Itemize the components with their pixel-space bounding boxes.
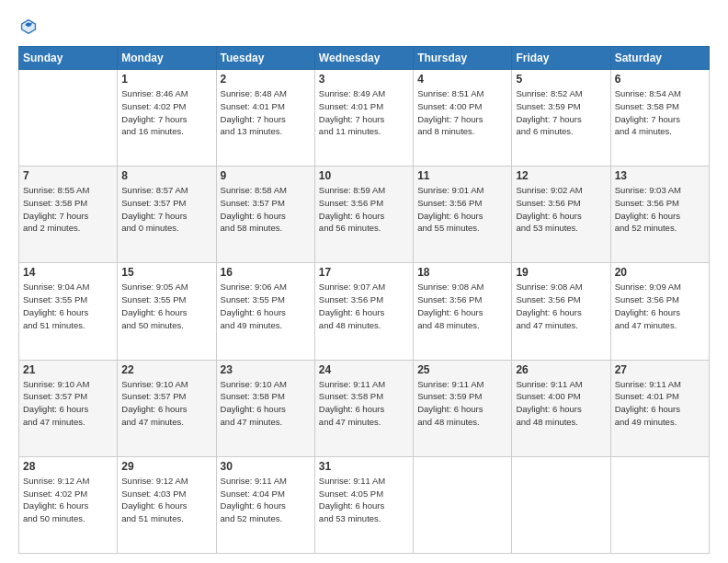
calendar-cell: 22Sunrise: 9:10 AM Sunset: 3:57 PM Dayli… <box>118 360 216 456</box>
day-info: Sunrise: 9:03 AM Sunset: 3:56 PM Dayligh… <box>615 184 705 235</box>
calendar-cell: 31Sunrise: 9:11 AM Sunset: 4:05 PM Dayli… <box>314 456 413 553</box>
day-number: 24 <box>319 363 409 376</box>
calendar-cell: 4Sunrise: 8:51 AM Sunset: 4:00 PM Daylig… <box>414 70 512 167</box>
calendar-cell: 16Sunrise: 9:06 AM Sunset: 3:55 PM Dayli… <box>216 263 314 360</box>
calendar-header-row: SundayMondayTuesdayWednesdayThursdayFrid… <box>19 47 710 70</box>
calendar-table: SundayMondayTuesdayWednesdayThursdayFrid… <box>18 46 710 554</box>
day-info: Sunrise: 9:05 AM Sunset: 3:55 PM Dayligh… <box>121 281 211 331</box>
calendar-cell: 14Sunrise: 9:04 AM Sunset: 3:55 PM Dayli… <box>19 263 118 360</box>
calendar-day-header: Monday <box>118 47 216 70</box>
calendar-cell: 28Sunrise: 9:12 AM Sunset: 4:02 PM Dayli… <box>19 456 118 553</box>
calendar-day-header: Tuesday <box>216 47 314 70</box>
calendar-cell <box>512 456 610 553</box>
day-number: 2 <box>221 73 311 86</box>
calendar-cell: 26Sunrise: 9:11 AM Sunset: 4:00 PM Dayli… <box>512 360 610 456</box>
calendar-week-row: 1Sunrise: 8:46 AM Sunset: 4:02 PM Daylig… <box>19 70 710 167</box>
day-info: Sunrise: 9:08 AM Sunset: 3:56 PM Dayligh… <box>417 281 507 331</box>
calendar-cell <box>414 456 512 553</box>
calendar-cell <box>610 456 709 553</box>
calendar-week-row: 21Sunrise: 9:10 AM Sunset: 3:57 PM Dayli… <box>19 360 710 456</box>
day-number: 30 <box>221 460 311 473</box>
day-info: Sunrise: 9:11 AM Sunset: 4:01 PM Dayligh… <box>615 378 705 429</box>
day-info: Sunrise: 8:57 AM Sunset: 3:57 PM Dayligh… <box>121 184 211 235</box>
calendar-week-row: 7Sunrise: 8:55 AM Sunset: 3:58 PM Daylig… <box>19 167 710 263</box>
calendar-day-header: Friday <box>512 47 610 70</box>
day-info: Sunrise: 8:54 AM Sunset: 3:58 PM Dayligh… <box>615 87 705 138</box>
logo <box>18 17 42 37</box>
day-number: 20 <box>615 266 705 279</box>
calendar-cell <box>19 70 118 167</box>
day-number: 31 <box>319 460 409 473</box>
calendar-cell: 27Sunrise: 9:11 AM Sunset: 4:01 PM Dayli… <box>610 360 709 456</box>
calendar-cell: 15Sunrise: 9:05 AM Sunset: 3:55 PM Dayli… <box>118 263 216 360</box>
day-info: Sunrise: 9:10 AM Sunset: 3:58 PM Dayligh… <box>221 378 311 429</box>
calendar-cell: 17Sunrise: 9:07 AM Sunset: 3:56 PM Dayli… <box>314 263 413 360</box>
day-number: 22 <box>121 363 211 376</box>
day-number: 18 <box>417 266 507 279</box>
day-info: Sunrise: 9:09 AM Sunset: 3:56 PM Dayligh… <box>615 281 705 331</box>
day-info: Sunrise: 9:11 AM Sunset: 4:00 PM Dayligh… <box>516 378 606 429</box>
calendar-cell: 20Sunrise: 9:09 AM Sunset: 3:56 PM Dayli… <box>610 263 709 360</box>
day-number: 6 <box>615 73 705 86</box>
day-info: Sunrise: 8:58 AM Sunset: 3:57 PM Dayligh… <box>221 184 311 235</box>
day-number: 14 <box>23 266 113 279</box>
day-number: 8 <box>121 169 211 182</box>
calendar-cell: 3Sunrise: 8:49 AM Sunset: 4:01 PM Daylig… <box>314 70 413 167</box>
day-info: Sunrise: 8:59 AM Sunset: 3:56 PM Dayligh… <box>319 184 409 235</box>
day-number: 21 <box>23 363 113 376</box>
header <box>18 17 710 37</box>
day-info: Sunrise: 8:55 AM Sunset: 3:58 PM Dayligh… <box>23 184 113 235</box>
day-info: Sunrise: 9:10 AM Sunset: 3:57 PM Dayligh… <box>121 378 211 429</box>
calendar-cell: 13Sunrise: 9:03 AM Sunset: 3:56 PM Dayli… <box>610 167 709 263</box>
day-number: 10 <box>319 169 409 182</box>
page: SundayMondayTuesdayWednesdayThursdayFrid… <box>0 0 728 563</box>
day-number: 28 <box>23 460 113 473</box>
calendar-cell: 7Sunrise: 8:55 AM Sunset: 3:58 PM Daylig… <box>19 167 118 263</box>
day-info: Sunrise: 9:12 AM Sunset: 4:03 PM Dayligh… <box>121 475 211 525</box>
calendar-cell: 5Sunrise: 8:52 AM Sunset: 3:59 PM Daylig… <box>512 70 610 167</box>
day-number: 9 <box>221 169 311 182</box>
calendar-day-header: Saturday <box>610 47 709 70</box>
day-info: Sunrise: 8:46 AM Sunset: 4:02 PM Dayligh… <box>121 87 211 138</box>
day-number: 17 <box>319 266 409 279</box>
day-info: Sunrise: 9:11 AM Sunset: 3:59 PM Dayligh… <box>417 378 507 429</box>
calendar-week-row: 28Sunrise: 9:12 AM Sunset: 4:02 PM Dayli… <box>19 456 710 553</box>
day-number: 5 <box>516 73 606 86</box>
day-info: Sunrise: 9:11 AM Sunset: 3:58 PM Dayligh… <box>319 378 409 429</box>
day-number: 7 <box>23 169 113 182</box>
day-number: 1 <box>121 73 211 86</box>
day-number: 25 <box>417 363 507 376</box>
calendar-cell: 8Sunrise: 8:57 AM Sunset: 3:57 PM Daylig… <box>118 167 216 263</box>
day-number: 27 <box>615 363 705 376</box>
calendar-week-row: 14Sunrise: 9:04 AM Sunset: 3:55 PM Dayli… <box>19 263 710 360</box>
day-info: Sunrise: 9:08 AM Sunset: 3:56 PM Dayligh… <box>516 281 606 331</box>
day-number: 4 <box>417 73 507 86</box>
calendar-cell: 23Sunrise: 9:10 AM Sunset: 3:58 PM Dayli… <box>216 360 314 456</box>
day-number: 3 <box>319 73 409 86</box>
calendar-cell: 21Sunrise: 9:10 AM Sunset: 3:57 PM Dayli… <box>19 360 118 456</box>
calendar-cell: 30Sunrise: 9:11 AM Sunset: 4:04 PM Dayli… <box>216 456 314 553</box>
calendar-cell: 11Sunrise: 9:01 AM Sunset: 3:56 PM Dayli… <box>414 167 512 263</box>
logo-icon <box>18 17 39 37</box>
calendar-cell: 25Sunrise: 9:11 AM Sunset: 3:59 PM Dayli… <box>414 360 512 456</box>
calendar-cell: 10Sunrise: 8:59 AM Sunset: 3:56 PM Dayli… <box>314 167 413 263</box>
day-info: Sunrise: 9:06 AM Sunset: 3:55 PM Dayligh… <box>221 281 311 331</box>
day-number: 26 <box>516 363 606 376</box>
day-info: Sunrise: 8:48 AM Sunset: 4:01 PM Dayligh… <box>221 87 311 138</box>
calendar-cell: 29Sunrise: 9:12 AM Sunset: 4:03 PM Dayli… <box>118 456 216 553</box>
calendar-day-header: Sunday <box>19 47 118 70</box>
day-info: Sunrise: 9:10 AM Sunset: 3:57 PM Dayligh… <box>23 378 113 429</box>
day-number: 16 <box>221 266 311 279</box>
calendar-cell: 9Sunrise: 8:58 AM Sunset: 3:57 PM Daylig… <box>216 167 314 263</box>
calendar-cell: 24Sunrise: 9:11 AM Sunset: 3:58 PM Dayli… <box>314 360 413 456</box>
day-number: 15 <box>121 266 211 279</box>
day-info: Sunrise: 9:07 AM Sunset: 3:56 PM Dayligh… <box>319 281 409 331</box>
calendar-cell: 18Sunrise: 9:08 AM Sunset: 3:56 PM Dayli… <box>414 263 512 360</box>
day-info: Sunrise: 9:12 AM Sunset: 4:02 PM Dayligh… <box>23 475 113 525</box>
day-info: Sunrise: 9:01 AM Sunset: 3:56 PM Dayligh… <box>417 184 507 235</box>
day-number: 13 <box>615 169 705 182</box>
calendar-cell: 19Sunrise: 9:08 AM Sunset: 3:56 PM Dayli… <box>512 263 610 360</box>
calendar-cell: 12Sunrise: 9:02 AM Sunset: 3:56 PM Dayli… <box>512 167 610 263</box>
calendar-cell: 1Sunrise: 8:46 AM Sunset: 4:02 PM Daylig… <box>118 70 216 167</box>
calendar-cell: 2Sunrise: 8:48 AM Sunset: 4:01 PM Daylig… <box>216 70 314 167</box>
